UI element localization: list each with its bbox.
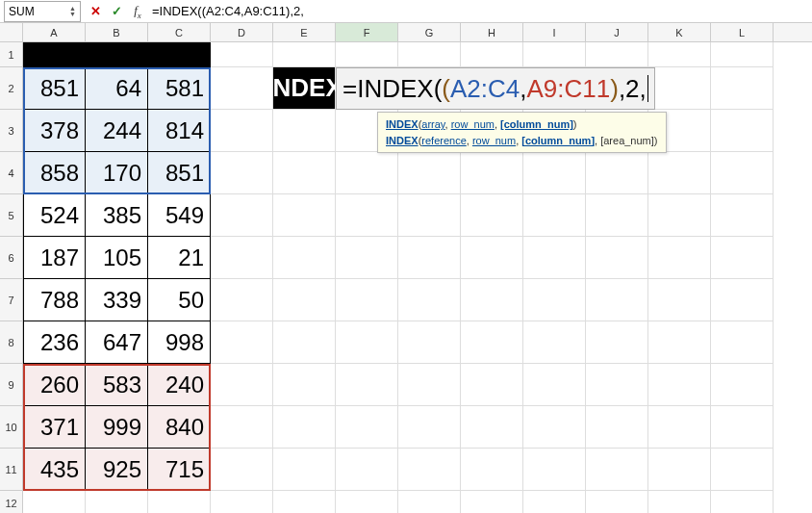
cancel-button[interactable]: ✕ bbox=[85, 1, 106, 22]
cell[interactable] bbox=[398, 406, 461, 449]
cell[interactable] bbox=[711, 110, 774, 152]
cell[interactable] bbox=[461, 42, 523, 67]
cell[interactable] bbox=[23, 42, 86, 67]
col-header-I[interactable]: I bbox=[523, 23, 586, 41]
col-header-B[interactable]: B bbox=[86, 23, 148, 41]
cell[interactable] bbox=[586, 406, 648, 449]
col-header-E[interactable]: E bbox=[273, 23, 336, 41]
cell[interactable] bbox=[648, 42, 711, 67]
cell[interactable] bbox=[336, 194, 398, 237]
cell[interactable] bbox=[648, 364, 711, 406]
cell[interactable] bbox=[398, 364, 461, 406]
cell[interactable]: 840 bbox=[148, 406, 211, 449]
col-header-J[interactable]: J bbox=[586, 23, 648, 41]
cell[interactable]: 21 bbox=[148, 237, 211, 279]
cell[interactable] bbox=[648, 321, 711, 364]
cell[interactable] bbox=[211, 194, 273, 237]
cell[interactable]: 851 bbox=[148, 152, 211, 194]
cell[interactable] bbox=[586, 42, 648, 67]
cell[interactable] bbox=[211, 110, 273, 152]
row-header-6[interactable]: 6 bbox=[0, 237, 23, 279]
row-header-8[interactable]: 8 bbox=[0, 321, 23, 364]
cell[interactable]: 814 bbox=[148, 110, 211, 152]
cell[interactable] bbox=[211, 67, 273, 110]
cell[interactable]: 378 bbox=[23, 110, 86, 152]
cell[interactable] bbox=[461, 364, 523, 406]
cell[interactable] bbox=[336, 152, 398, 194]
col-header-D[interactable]: D bbox=[211, 23, 273, 41]
cell[interactable] bbox=[273, 194, 336, 237]
cell[interactable] bbox=[86, 491, 148, 513]
cell[interactable] bbox=[211, 237, 273, 279]
cell[interactable] bbox=[398, 237, 461, 279]
cell[interactable] bbox=[648, 152, 711, 194]
cell[interactable] bbox=[711, 279, 774, 321]
cell[interactable] bbox=[523, 279, 586, 321]
cell[interactable] bbox=[711, 67, 774, 110]
cell[interactable] bbox=[586, 194, 648, 237]
cell[interactable] bbox=[211, 406, 273, 449]
cell-editor[interactable]: =INDEX((A2:C4,A9:C11),2, bbox=[336, 67, 655, 110]
cell[interactable]: 583 bbox=[86, 364, 148, 406]
cell[interactable] bbox=[336, 321, 398, 364]
row-header-12[interactable]: 12 bbox=[0, 491, 23, 513]
cell[interactable]: 371 bbox=[23, 406, 86, 449]
cell[interactable] bbox=[586, 491, 648, 513]
cell[interactable] bbox=[586, 364, 648, 406]
cell[interactable]: 925 bbox=[86, 449, 148, 491]
cell[interactable] bbox=[273, 491, 336, 513]
cell[interactable]: 851 bbox=[23, 67, 86, 110]
cell[interactable] bbox=[461, 194, 523, 237]
cell[interactable]: 105 bbox=[86, 237, 148, 279]
cell[interactable]: 858 bbox=[23, 152, 86, 194]
cell[interactable]: 244 bbox=[86, 110, 148, 152]
cell[interactable] bbox=[523, 152, 586, 194]
cell[interactable] bbox=[523, 449, 586, 491]
cell[interactable]: 187 bbox=[23, 237, 86, 279]
cell[interactable] bbox=[711, 364, 774, 406]
cell[interactable] bbox=[398, 321, 461, 364]
cell[interactable] bbox=[148, 42, 211, 67]
cell[interactable] bbox=[211, 279, 273, 321]
cell[interactable] bbox=[336, 279, 398, 321]
row-header-11[interactable]: 11 bbox=[0, 449, 23, 491]
cell[interactable]: 549 bbox=[148, 194, 211, 237]
cell[interactable]: 50 bbox=[148, 279, 211, 321]
col-header-L[interactable]: L bbox=[711, 23, 774, 41]
cell[interactable]: 581 bbox=[148, 67, 211, 110]
cell[interactable] bbox=[586, 237, 648, 279]
tooltip-fn[interactable]: INDEX bbox=[386, 135, 419, 146]
cell[interactable] bbox=[211, 42, 273, 67]
cell[interactable] bbox=[461, 321, 523, 364]
cell[interactable] bbox=[523, 491, 586, 513]
cell[interactable] bbox=[523, 406, 586, 449]
cell[interactable]: 339 bbox=[86, 279, 148, 321]
col-header-A[interactable]: A bbox=[23, 23, 86, 41]
cell[interactable] bbox=[586, 449, 648, 491]
cell[interactable]: 385 bbox=[86, 194, 148, 237]
cell[interactable] bbox=[711, 491, 774, 513]
cell[interactable] bbox=[398, 449, 461, 491]
cell[interactable] bbox=[711, 194, 774, 237]
cell[interactable] bbox=[398, 491, 461, 513]
cell[interactable] bbox=[648, 449, 711, 491]
row-header-10[interactable]: 10 bbox=[0, 406, 23, 449]
cell[interactable] bbox=[273, 42, 336, 67]
cell[interactable] bbox=[23, 491, 86, 513]
name-box-stepper[interactable]: ▲ ▼ bbox=[69, 6, 76, 17]
col-header-F[interactable]: F bbox=[336, 23, 398, 41]
cell[interactable] bbox=[711, 152, 774, 194]
cell[interactable] bbox=[648, 491, 711, 513]
cell[interactable] bbox=[336, 406, 398, 449]
col-header-C[interactable]: C bbox=[148, 23, 211, 41]
cell[interactable] bbox=[461, 491, 523, 513]
cell[interactable] bbox=[211, 152, 273, 194]
cell[interactable] bbox=[398, 42, 461, 67]
col-header-K[interactable]: K bbox=[648, 23, 711, 41]
cell[interactable] bbox=[273, 110, 336, 152]
cell[interactable]: 788 bbox=[23, 279, 86, 321]
cell[interactable] bbox=[273, 321, 336, 364]
row-header-4[interactable]: 4 bbox=[0, 152, 23, 194]
cell[interactable] bbox=[461, 406, 523, 449]
row-header-3[interactable]: 3 bbox=[0, 110, 23, 152]
